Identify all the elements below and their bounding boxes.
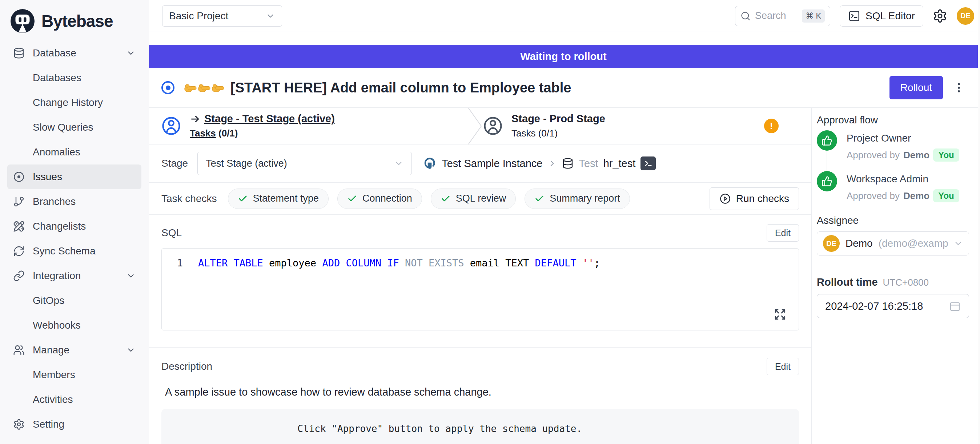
chevron-down-icon bbox=[953, 239, 963, 248]
stage-test[interactable]: Stage - Test Stage (active) Tasks (0/1) bbox=[149, 108, 468, 144]
approver-role: Project Owner bbox=[846, 133, 959, 144]
bytebase-app: Bytebase DatabaseDatabasesChange History… bbox=[0, 0, 980, 444]
you-badge: You bbox=[933, 189, 959, 202]
sidebar-item-manage[interactable]: Manage bbox=[7, 338, 142, 363]
stage-prod[interactable]: Stage - Prod Stage Tasks (0/1) ! bbox=[468, 108, 811, 144]
task-check-label: Summary report bbox=[550, 193, 620, 204]
approval-step: Project OwnerApproved byDemoYou bbox=[817, 130, 969, 171]
description-edit-button[interactable]: Edit bbox=[767, 358, 799, 375]
check-icon bbox=[441, 193, 451, 204]
task-check-summary-report[interactable]: Summary report bbox=[525, 188, 630, 209]
sidebar-item-label: Databases bbox=[33, 72, 81, 84]
database-link[interactable]: hr_test bbox=[603, 158, 636, 169]
expand-icon[interactable] bbox=[774, 308, 786, 321]
issue-title-row: [START HERE] Add email column to Employe… bbox=[149, 68, 978, 108]
issue-open-icon bbox=[161, 81, 175, 94]
sidebar-item-label: Activities bbox=[33, 394, 73, 406]
sidebar-item-label: Branches bbox=[33, 196, 76, 208]
run-checks-button[interactable]: Run checks bbox=[710, 187, 799, 210]
sql-code-editor[interactable]: 1 ALTER TABLE employee ADD COLUMN IF NOT… bbox=[161, 248, 799, 331]
task-check-label: Connection bbox=[363, 193, 412, 204]
hand-point-icon bbox=[184, 81, 197, 94]
stage-prod-tasks-count: (0/1) bbox=[538, 128, 558, 139]
task-check-statement-type[interactable]: Statement type bbox=[228, 188, 329, 209]
settings-gear-icon[interactable] bbox=[933, 9, 947, 23]
chevron-down-icon bbox=[394, 159, 404, 168]
kebab-menu-icon[interactable] bbox=[952, 81, 966, 94]
check-icon bbox=[347, 193, 357, 204]
sql-editor-button[interactable]: SQL Editor bbox=[840, 5, 923, 27]
rollout-button[interactable]: Rollout bbox=[889, 76, 943, 99]
rollout-time-input[interactable]: 2024-02-07 16:25:18 bbox=[817, 294, 969, 318]
sidebar-item-slow-queries[interactable]: Slow Queries bbox=[7, 115, 142, 140]
stage-test-tasks-link[interactable]: Tasks bbox=[190, 128, 216, 139]
sidebar-item-members[interactable]: Members bbox=[7, 363, 142, 387]
approved-by-label: Approved by bbox=[846, 150, 900, 161]
sidebar-item-changelists[interactable]: Changelists bbox=[7, 214, 142, 239]
sidebar-item-activities[interactable]: Activities bbox=[7, 387, 142, 412]
calendar-icon[interactable] bbox=[949, 300, 961, 312]
sidebar-item-issues[interactable]: Issues bbox=[7, 165, 142, 189]
stage-prod-name[interactable]: Stage - Prod Stage bbox=[511, 113, 605, 125]
rollout-time-value: 2024-02-07 16:25:18 bbox=[825, 300, 923, 312]
thumbs-up-icon bbox=[821, 176, 832, 187]
play-circle-icon bbox=[719, 193, 731, 204]
page-scrollbar[interactable] bbox=[978, 0, 980, 444]
brand-name: Bytebase bbox=[41, 11, 113, 31]
changelist-icon bbox=[13, 220, 25, 232]
sidebar-item-change-history[interactable]: Change History bbox=[7, 90, 142, 115]
sidebar-item-databases[interactable]: Databases bbox=[7, 65, 142, 90]
sidebar-item-label: Anomalies bbox=[33, 146, 80, 158]
stage-test-name[interactable]: Stage - Test Stage (active) bbox=[204, 113, 335, 125]
description-text: A sample issue to showcase how to review… bbox=[161, 386, 799, 398]
sidebar-item-label: Database bbox=[33, 47, 76, 59]
search-icon bbox=[740, 11, 751, 21]
project-select[interactable]: Basic Project bbox=[162, 5, 282, 27]
user-avatar[interactable]: DE bbox=[957, 7, 974, 25]
sidebar-item-webhooks[interactable]: Webhooks bbox=[7, 313, 142, 338]
stage-separator bbox=[468, 108, 482, 144]
assignee-email: (demo@example bbox=[878, 238, 948, 249]
sql-token: ALTER TABLE bbox=[198, 257, 263, 268]
postgresql-icon bbox=[423, 157, 437, 170]
thumbs-up-icon bbox=[821, 135, 832, 146]
rollout-time-header: Rollout time UTC+0800 bbox=[817, 276, 969, 288]
approved-badge bbox=[817, 130, 837, 151]
brand-logo[interactable]: Bytebase bbox=[7, 0, 142, 41]
sidebar-item-sync-schema[interactable]: Sync Schema bbox=[7, 239, 142, 264]
search-input[interactable]: Search ⌘ K bbox=[735, 6, 830, 26]
sidebar-item-branches[interactable]: Branches bbox=[7, 189, 142, 214]
task-check-connection[interactable]: Connection bbox=[337, 188, 422, 209]
sidebar-item-setting[interactable]: Setting bbox=[7, 412, 142, 437]
terminal-icon bbox=[643, 158, 653, 169]
branch-icon bbox=[13, 196, 25, 208]
chevron-right-icon bbox=[547, 159, 557, 168]
approval-step-text: Workspace AdminApproved byDemoYou bbox=[846, 171, 959, 208]
stage-prod-tasks-link[interactable]: Tasks bbox=[511, 128, 535, 139]
instance-link[interactable]: Test Sample Instance bbox=[442, 158, 542, 169]
stage-select[interactable]: Test Stage (active) bbox=[197, 152, 412, 175]
sql-section: SQL Edit 1 ALTER TABLE employee ADD COLU… bbox=[149, 215, 811, 348]
sidebar-item-label: Slow Queries bbox=[33, 121, 94, 133]
open-sql-editor-badge[interactable] bbox=[641, 157, 656, 170]
task-checks-row: Task checks Statement typeConnectionSQL … bbox=[149, 183, 811, 215]
timezone-label: UTC+0800 bbox=[883, 277, 929, 288]
sql-token bbox=[399, 257, 405, 268]
stage-bar: Stage Test Stage (active) Test Sample In… bbox=[149, 144, 811, 183]
approval-status-line: Approved byDemoYou bbox=[846, 189, 959, 202]
chevron-down-icon bbox=[266, 11, 275, 21]
sidebar-item-database[interactable]: Database bbox=[7, 41, 142, 65]
sidebar-item-gitops[interactable]: GitOps bbox=[7, 288, 142, 313]
sql-token: DEFAULT bbox=[535, 257, 576, 268]
topbar-right: Search ⌘ K SQL Editor DE bbox=[735, 5, 974, 27]
sql-edit-button[interactable]: Edit bbox=[767, 224, 799, 242]
approver-role: Workspace Admin bbox=[846, 173, 959, 185]
sql-token: '' bbox=[582, 257, 594, 268]
sidebar-item-label: GitOps bbox=[33, 295, 64, 307]
sql-token: ADD COLUMN IF bbox=[322, 257, 399, 268]
sidebar-item-integration[interactable]: Integration bbox=[7, 264, 142, 288]
task-check-sql-review[interactable]: SQL review bbox=[431, 188, 516, 209]
bytebase-logo-icon bbox=[10, 8, 36, 34]
assignee-select[interactable]: DE Demo (demo@example bbox=[817, 232, 969, 256]
sidebar-item-anomalies[interactable]: Anomalies bbox=[7, 140, 142, 165]
